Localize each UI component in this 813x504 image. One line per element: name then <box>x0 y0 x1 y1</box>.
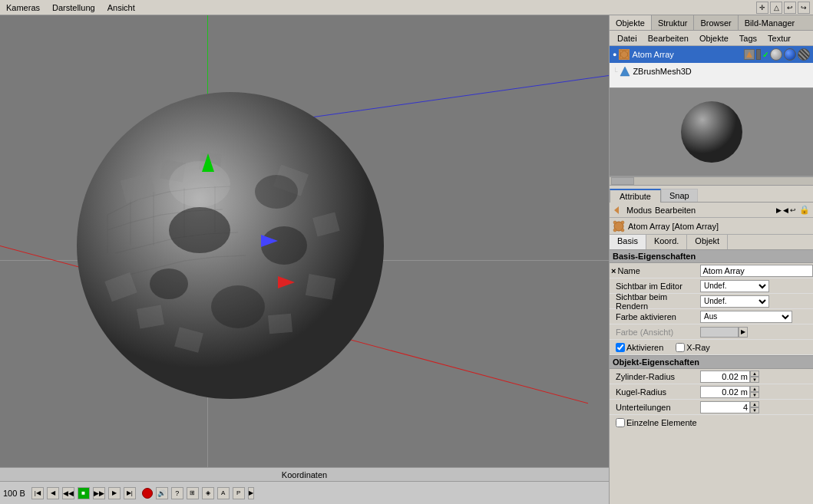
svg-point-46 <box>626 50 629 53</box>
svg-point-40 <box>211 285 265 328</box>
mat-ball-1[interactable] <box>770 48 782 61</box>
attr-subtabs: Basis Koord. Objekt <box>610 235 813 250</box>
toolbar-undo[interactable]: ↩ <box>790 206 796 214</box>
tab-snap[interactable]: Snap <box>661 189 698 202</box>
attr-arrow-icon <box>613 205 623 216</box>
svg-point-57 <box>621 229 624 232</box>
zylinder-up[interactable]: ▲ <box>750 371 759 377</box>
menu-ansicht[interactable]: Ansicht <box>101 3 141 12</box>
render-btn[interactable]: P <box>233 487 245 499</box>
expand-btn[interactable]: ▶ <box>248 487 254 499</box>
attr-row-zylinder: Zylinder-Radius ▲ ▼ <box>610 369 813 384</box>
unterteilungen-label: Unterteilungen <box>616 403 700 412</box>
aktivieren-checkbox-label[interactable]: Aktivieren <box>616 343 663 352</box>
svg-rect-32 <box>137 305 164 328</box>
color-preview[interactable] <box>700 327 739 338</box>
unterteilungen-up[interactable]: ▲ <box>750 401 759 407</box>
grid-btn[interactable]: ⊞ <box>187 487 199 499</box>
toolbar-bearbeiten[interactable]: Bearbeiten <box>643 33 693 44</box>
tab-attribute[interactable]: Attribute <box>610 189 661 203</box>
toolbar-lock-icon[interactable]: 🔒 <box>799 205 810 215</box>
atom-array-dot1[interactable] <box>756 49 761 60</box>
objekt-section-header: Objekt-Eigenschaften <box>610 355 813 369</box>
kugel-down[interactable]: ▼ <box>750 392 759 398</box>
attr-modus-label[interactable]: Modus <box>626 206 652 215</box>
toolbar-textur[interactable]: Textur <box>763 33 795 44</box>
sichtbar-editor-select[interactable]: Undef.JaNein <box>700 280 769 292</box>
svg-point-1 <box>77 92 384 399</box>
kugel-up[interactable]: ▲ <box>750 386 759 392</box>
top-icon-4[interactable]: ↪ <box>798 2 810 14</box>
zbrush-name: ZBrushMesh3D <box>633 67 810 76</box>
tab-bild-manager[interactable]: Bild-Manager <box>739 15 801 30</box>
aktivieren-checkbox[interactable] <box>616 343 625 352</box>
play-end-btn[interactable]: ▶| <box>124 487 136 499</box>
stop-btn[interactable]: ■ <box>78 487 90 499</box>
svg-rect-36 <box>268 314 292 334</box>
toolbar-arrow-right[interactable]: ▶ <box>776 206 782 214</box>
svg-point-45 <box>620 50 623 53</box>
help-btn[interactable]: ? <box>171 487 183 499</box>
zylinder-input[interactable] <box>700 371 750 383</box>
xray-checkbox[interactable] <box>676 343 685 352</box>
top-icon-3[interactable]: ↩ <box>784 2 796 14</box>
object-row-atom-array[interactable]: ● Atom Array <box>610 46 813 63</box>
play-fwd-btn[interactable]: ▶▶ <box>93 487 105 499</box>
svg-point-55 <box>621 221 624 224</box>
sichtbar-render-select[interactable]: Undef.JaNein <box>700 295 769 308</box>
anim-btn[interactable]: A <box>217 487 230 499</box>
svg-marker-50 <box>620 67 630 76</box>
sichtbar-editor-label: Sichtbar im Editor <box>616 282 700 291</box>
toolbar-datei[interactable]: Datei <box>613 33 642 44</box>
atom-array-vis-icon[interactable] <box>744 49 755 60</box>
attr-bearbeiten-label[interactable]: Bearbeiten <box>655 206 696 215</box>
object-row-zbrush[interactable]: └ ZBrushMesh3D <box>610 63 813 80</box>
subtab-koord[interactable]: Koord. <box>646 235 687 249</box>
obj-manager-tabbar: Objekte Struktur Browser Bild-Manager <box>610 15 813 31</box>
top-icon-2[interactable]: △ <box>770 2 782 14</box>
toolbar-tags[interactable]: Tags <box>735 33 762 44</box>
menu-kameras[interactable]: Kameras <box>0 3 46 12</box>
obj-toolbar: Datei Bearbeiten Objekte Tags Textur <box>610 31 813 46</box>
zylinder-down[interactable]: ▼ <box>750 377 759 383</box>
toolbar-objekte[interactable]: Objekte <box>695 33 733 44</box>
obj-btn[interactable]: ◈ <box>202 487 214 499</box>
svg-marker-52 <box>614 206 619 214</box>
mat-ball-3[interactable] <box>798 48 810 61</box>
attr-row-name: × Name <box>610 263 813 278</box>
unterteilungen-down[interactable]: ▼ <box>750 407 759 413</box>
atom-array-check: ✓ <box>762 51 768 59</box>
farbe-aktivieren-select[interactable]: AusEin <box>700 311 792 323</box>
toolbar-arrow-left[interactable]: ◀ <box>783 206 788 214</box>
einzelne-checkbox[interactable] <box>616 418 625 427</box>
top-icon-1[interactable]: ✛ <box>756 2 768 14</box>
preview-sphere <box>677 97 746 166</box>
tab-browser[interactable]: Browser <box>694 15 738 30</box>
step-back-btn[interactable]: ◀ <box>47 487 59 499</box>
tab-struktur[interactable]: Struktur <box>652 15 695 30</box>
xray-checkbox-label[interactable]: X-Ray <box>676 343 710 352</box>
tab-objekte[interactable]: Objekte <box>610 15 652 30</box>
subtab-basis[interactable]: Basis <box>610 235 646 249</box>
play-back-btn[interactable]: ◀◀ <box>62 487 74 499</box>
viewport: 100 B |◀ ◀ ◀◀ ■ ▶▶ ▶ ▶| 🔊 ? ⊞ ◈ A P ▶ Ko… <box>0 15 609 504</box>
audio-btn[interactable]: 🔊 <box>156 487 168 499</box>
step-fwd-btn[interactable]: ▶ <box>108 487 121 499</box>
record-btn[interactable] <box>142 488 153 499</box>
mat-ball-2[interactable] <box>784 48 796 61</box>
attr-row-sichtbar-render: Sichtbar beim Rendern Undef.JaNein <box>610 294 813 309</box>
subtab-objekt[interactable]: Objekt <box>687 235 728 249</box>
basis-section-header: Basis-Eigenschaften <box>610 250 813 263</box>
einzelne-checkbox-label[interactable]: Einzelne Elemente <box>616 418 697 427</box>
zbrush-icon <box>620 66 630 77</box>
kugel-input[interactable] <box>700 386 750 398</box>
color-arrow[interactable]: ▶ <box>739 327 748 338</box>
svg-point-48 <box>626 56 629 59</box>
horiz-scrollbar[interactable] <box>610 176 813 186</box>
svg-marker-49 <box>746 51 752 58</box>
menu-darstellung[interactable]: Darstellung <box>46 3 101 12</box>
name-input[interactable] <box>700 265 813 277</box>
unterteilungen-input[interactable] <box>700 401 750 413</box>
play-start-btn[interactable]: |◀ <box>31 487 44 499</box>
attr-row-checkboxes: Aktivieren X-Ray <box>610 340 813 355</box>
